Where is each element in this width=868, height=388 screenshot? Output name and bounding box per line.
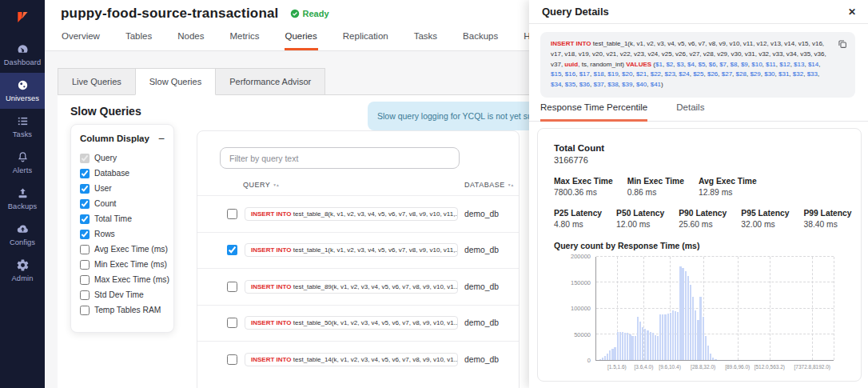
sidebar-item-dashboard[interactable]: Dashboard	[0, 37, 45, 73]
histogram-bar	[639, 322, 641, 360]
tab-backups[interactable]: Backups	[462, 31, 499, 50]
column-option-avg-exec-time-ms-: Avg Exec Time (ms)	[80, 242, 165, 257]
tab-nodes[interactable]: Nodes	[177, 31, 205, 50]
y-gridline	[596, 308, 834, 309]
x-tick-label: [512.0,563.2)	[755, 364, 785, 370]
subtab-performance-advisor[interactable]: Performance Advisor	[215, 68, 325, 95]
row-checkbox[interactable]	[227, 318, 237, 328]
histogram-bar	[655, 335, 656, 360]
slow-queries-table-card: QUERY▾▴DATABASE▾▴ INSERT INTO test_table…	[197, 130, 520, 388]
tab-queries[interactable]: Queries	[285, 31, 318, 50]
filter-input[interactable]	[220, 147, 460, 169]
column-checkbox[interactable]	[80, 169, 90, 178]
column-checkbox[interactable]	[80, 260, 90, 270]
queries-subtab-bar: Live QueriesSlow QueriesPerformance Advi…	[58, 68, 325, 95]
y-tick-label: 100000	[571, 305, 591, 312]
column-checkbox[interactable]	[80, 154, 90, 163]
table-row[interactable]: INSERT INTO test_table_8(k, v1, v2, v3, …	[197, 195, 519, 232]
row-checkbox[interactable]	[227, 209, 237, 219]
column-checkbox[interactable]	[80, 275, 90, 285]
database-cell: demo_db	[464, 246, 499, 254]
sidebar-item-alerts[interactable]: Alerts	[0, 145, 45, 181]
sidebar-item-admin[interactable]: Admin	[0, 253, 45, 289]
subtab-slow-queries[interactable]: Slow Queries	[135, 68, 216, 95]
column-checkbox[interactable]	[80, 290, 90, 300]
column-checkbox[interactable]	[80, 306, 90, 315]
sql-param: $32	[793, 70, 803, 78]
table-row[interactable]: INSERT INTO test_table_50(k, v1, v2, v3,…	[197, 305, 519, 342]
sidebar-item-universes[interactable]: Universes	[0, 73, 45, 109]
histogram-bar	[647, 330, 648, 360]
sql-keyword: INSERT INTO	[251, 356, 292, 363]
x-gridline	[812, 257, 813, 360]
query-cell[interactable]: INSERT INTO test_table_50(k, v1, v2, v3,…	[245, 316, 458, 330]
column-header-query[interactable]: QUERY▾▴	[243, 181, 464, 189]
sidebar-item-label: Universes	[6, 94, 39, 102]
column-header-label: QUERY	[243, 181, 270, 189]
stat-p50-latency: P50 Latency12.00 ms	[616, 209, 664, 229]
query-details-panel: Query Details ✕ INSERT INTO test_table_1…	[529, 0, 868, 388]
row-checkbox[interactable]	[227, 282, 237, 292]
yugabyte-logo[interactable]	[0, 0, 45, 37]
query-cell[interactable]: INSERT INTO test_table_1(k, v1, v2, v3, …	[245, 243, 458, 257]
histogram-bar	[697, 320, 699, 360]
stat-max-exec-time: Max Exec Time7800.36 ms	[554, 177, 613, 197]
row-checkbox[interactable]	[227, 245, 237, 255]
histogram-bar	[619, 332, 621, 360]
query-cell[interactable]: INSERT INTO test_table_89(k, v1, v2, v3,…	[245, 280, 458, 294]
y-tick-label: 0	[587, 357, 591, 364]
histogram-bar	[659, 314, 661, 360]
sort-icon[interactable]: ▾▴	[508, 182, 515, 187]
column-checkbox[interactable]	[80, 199, 90, 209]
column-header-database[interactable]: DATABASE▾▴	[464, 181, 514, 189]
database-cell: demo_db	[464, 282, 499, 291]
sidebar-item-backups[interactable]: Backups	[0, 181, 45, 217]
details-tab-details[interactable]: Details	[676, 102, 704, 122]
sql-param: $34	[551, 81, 561, 88]
close-icon[interactable]: ✕	[848, 6, 856, 18]
y-tick-label: 50000	[574, 331, 591, 338]
column-option-temp-tables-ram: Temp Tables RAM	[80, 302, 165, 318]
column-checkbox[interactable]	[80, 214, 90, 224]
tab-tasks[interactable]: Tasks	[413, 31, 438, 50]
sort-icon[interactable]: ▾▴	[273, 182, 280, 187]
sidebar-item-configs[interactable]: Configs	[0, 217, 45, 253]
histogram-bar	[624, 333, 626, 360]
histogram-bar	[644, 329, 646, 360]
sidebar-item-tasks[interactable]: Tasks	[0, 109, 45, 145]
stat-value: 12.00 ms	[616, 220, 664, 229]
table-row[interactable]: INSERT INTO test_table_89(k, v1, v2, v3,…	[197, 268, 519, 305]
sidebar: DashboardUniversesTasksAlertsBackupsConf…	[0, 0, 45, 388]
tab-metrics[interactable]: Metrics	[229, 31, 260, 50]
column-option-label: Avg Exec Time (ms)	[94, 245, 168, 254]
stat-value: 25.60 ms	[679, 220, 727, 229]
collapse-minus-icon[interactable]: −	[158, 134, 165, 142]
response-time-histogram: 050000100000150000200000 [1.5,1.6)[3.6,4…	[562, 257, 845, 361]
subtab-live-queries[interactable]: Live Queries	[58, 68, 136, 95]
histogram-bar	[695, 310, 696, 360]
column-checkbox[interactable]	[80, 184, 90, 194]
column-display-card: Column Display − QueryDatabaseUserCountT…	[70, 124, 174, 333]
tab-tables[interactable]: Tables	[125, 31, 153, 50]
histogram-bar	[611, 349, 613, 360]
check-circle-icon	[290, 9, 300, 18]
column-checkbox[interactable]	[80, 230, 90, 239]
column-checkbox[interactable]	[80, 245, 90, 254]
histogram-bar	[707, 346, 709, 360]
table-row[interactable]: INSERT INTO test_table_14(k, v1, v2, v3,…	[197, 341, 519, 378]
histogram-bar	[687, 276, 689, 360]
copy-icon[interactable]	[837, 38, 848, 50]
row-checkbox[interactable]	[227, 354, 237, 365]
histogram-bar	[715, 359, 716, 360]
tab-replication[interactable]: Replication	[342, 31, 389, 50]
stat-p95-latency: P95 Latency32.00 ms	[741, 209, 789, 229]
details-tab-response-time-percentile[interactable]: Response Time Percentile	[540, 102, 647, 122]
table-row[interactable]: INSERT INTO test_table_1(k, v1, v2, v3, …	[197, 232, 519, 269]
histogram-bar	[685, 271, 687, 360]
query-cell[interactable]: INSERT INTO test_table_14(k, v1, v2, v3,…	[245, 353, 458, 366]
tab-overview[interactable]: Overview	[61, 31, 101, 50]
sql-param: $20	[622, 70, 632, 78]
status-label: Ready	[303, 9, 329, 18]
query-cell[interactable]: INSERT INTO test_table_8(k, v1, v2, v3, …	[245, 207, 458, 221]
table-header: QUERY▾▴DATABASE▾▴	[197, 181, 519, 189]
